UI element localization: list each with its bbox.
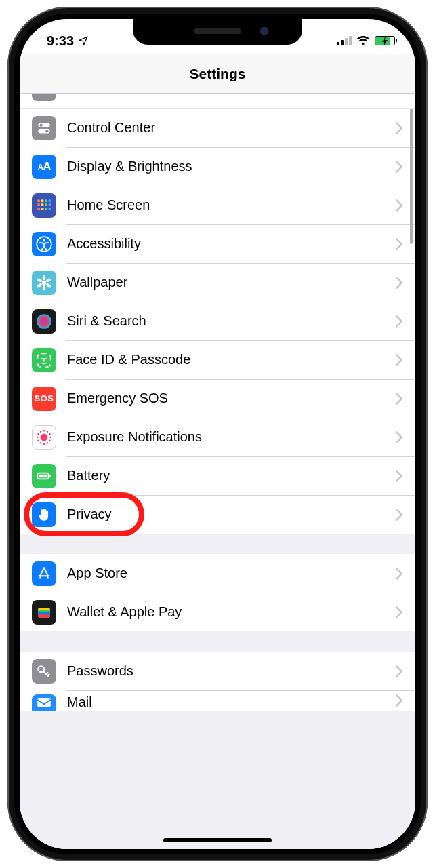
settings-row-passwords[interactable]: Passwords bbox=[20, 652, 415, 690]
chevron-right-icon bbox=[395, 277, 403, 289]
chevron-right-icon bbox=[395, 393, 403, 405]
hand-icon bbox=[32, 502, 56, 527]
row-label: App Store bbox=[67, 566, 395, 581]
chevron-right-icon bbox=[395, 354, 403, 366]
svg-point-40 bbox=[37, 433, 40, 435]
settings-row-exposure-notifications[interactable]: Exposure Notifications bbox=[20, 418, 415, 456]
svg-point-39 bbox=[37, 436, 39, 438]
chevron-right-icon bbox=[395, 161, 403, 173]
settings-row-privacy[interactable]: Privacy bbox=[20, 495, 415, 534]
sos-icon: SOS bbox=[32, 387, 56, 411]
svg-rect-15 bbox=[49, 208, 51, 210]
svg-point-1 bbox=[40, 123, 43, 126]
svg-point-34 bbox=[49, 439, 51, 442]
row-label: Display & Brightness bbox=[67, 159, 395, 174]
chevron-right-icon bbox=[395, 694, 403, 707]
svg-rect-10 bbox=[45, 203, 47, 206]
chevron-right-icon bbox=[395, 122, 403, 134]
svg-rect-50 bbox=[38, 614, 49, 617]
svg-rect-13 bbox=[41, 208, 44, 210]
settings-row-mail[interactable]: Mail bbox=[20, 690, 415, 711]
svg-rect-5 bbox=[41, 199, 44, 202]
device-notch bbox=[133, 19, 302, 45]
svg-point-33 bbox=[49, 436, 51, 438]
settings-row-siri-search[interactable]: Siri & Search bbox=[20, 302, 415, 340]
svg-point-28 bbox=[45, 357, 47, 359]
svg-point-18 bbox=[42, 280, 47, 285]
svg-point-22 bbox=[43, 285, 45, 290]
list-item-partial[interactable] bbox=[20, 94, 415, 108]
settings-row-battery[interactable]: Battery bbox=[20, 456, 415, 495]
home-indicator[interactable] bbox=[163, 838, 272, 842]
svg-point-24 bbox=[37, 277, 43, 283]
svg-rect-7 bbox=[49, 199, 51, 202]
svg-rect-52 bbox=[37, 698, 51, 707]
svg-point-36 bbox=[43, 443, 45, 445]
location-icon bbox=[78, 35, 89, 46]
svg-point-23 bbox=[37, 283, 43, 288]
svg-rect-11 bbox=[49, 203, 51, 206]
key-icon bbox=[32, 659, 56, 684]
svg-point-29 bbox=[41, 433, 48, 441]
page-title: Settings bbox=[190, 66, 246, 82]
svg-rect-12 bbox=[37, 208, 40, 210]
row-label: Face ID & Passcode bbox=[67, 352, 395, 368]
svg-point-30 bbox=[43, 429, 45, 431]
svg-point-25 bbox=[37, 314, 51, 329]
settings-group: App Store Wallet & Apple Pay bbox=[20, 554, 415, 631]
chevron-right-icon bbox=[395, 665, 403, 677]
svg-point-41 bbox=[39, 430, 42, 433]
accessibility-icon bbox=[32, 232, 56, 256]
mail-icon bbox=[32, 694, 56, 711]
chevron-right-icon bbox=[395, 199, 403, 212]
row-label: Siri & Search bbox=[67, 313, 395, 329]
svg-rect-43 bbox=[49, 474, 51, 477]
siri-icon bbox=[32, 309, 56, 334]
row-label: Control Center bbox=[67, 120, 395, 136]
battery-icon bbox=[375, 36, 395, 45]
row-label: Battery bbox=[67, 468, 395, 484]
status-time: 9:33 bbox=[47, 33, 74, 49]
row-label: Home Screen bbox=[67, 197, 395, 213]
svg-point-20 bbox=[45, 277, 51, 283]
row-label: Wallet & Apple Pay bbox=[67, 604, 395, 620]
svg-rect-9 bbox=[41, 203, 44, 206]
svg-point-38 bbox=[37, 439, 40, 442]
screen: 9:33 Settings Control Center bbox=[20, 19, 415, 849]
wifi-icon bbox=[356, 36, 370, 45]
row-label: Mail bbox=[67, 694, 395, 710]
row-label: Emergency SOS bbox=[67, 391, 395, 406]
svg-rect-8 bbox=[37, 203, 40, 206]
row-label: Exposure Notifications bbox=[67, 429, 395, 445]
grid-icon bbox=[32, 193, 56, 218]
scroll-indicator[interactable] bbox=[410, 108, 413, 244]
wallet-icon bbox=[32, 600, 56, 625]
settings-group: Passwords Mail bbox=[20, 652, 415, 711]
settings-row-accessibility[interactable]: Accessibility bbox=[20, 224, 415, 263]
svg-point-31 bbox=[46, 430, 49, 433]
exposure-icon bbox=[32, 425, 56, 450]
svg-point-35 bbox=[46, 441, 49, 444]
text-size-icon: AA bbox=[32, 155, 56, 179]
settings-row-wallpaper[interactable]: Wallpaper bbox=[20, 263, 415, 302]
row-label: Accessibility bbox=[67, 236, 395, 252]
svg-rect-4 bbox=[37, 199, 40, 202]
settings-list[interactable]: Control Center AA Display & Brightness H… bbox=[20, 94, 415, 849]
settings-row-home-screen[interactable]: Home Screen bbox=[20, 186, 415, 224]
settings-row-control-center[interactable]: Control Center bbox=[20, 108, 415, 147]
svg-point-32 bbox=[49, 433, 51, 435]
svg-rect-14 bbox=[45, 208, 47, 210]
settings-row-wallet-apple-pay[interactable]: Wallet & Apple Pay bbox=[20, 593, 415, 631]
svg-point-27 bbox=[41, 357, 43, 359]
svg-rect-6 bbox=[45, 199, 47, 202]
settings-row-app-store[interactable]: App Store bbox=[20, 554, 415, 593]
svg-point-21 bbox=[45, 283, 51, 288]
row-label: Passwords bbox=[67, 663, 395, 679]
nav-header: Settings bbox=[20, 54, 415, 94]
svg-point-37 bbox=[39, 441, 42, 444]
chevron-right-icon bbox=[395, 568, 403, 580]
cellular-signal-icon bbox=[337, 36, 352, 45]
settings-row-emergency-sos[interactable]: SOS Emergency SOS bbox=[20, 379, 415, 418]
settings-row-display-brightness[interactable]: AA Display & Brightness bbox=[20, 147, 415, 186]
settings-row-face-id-passcode[interactable]: Face ID & Passcode bbox=[20, 340, 415, 379]
